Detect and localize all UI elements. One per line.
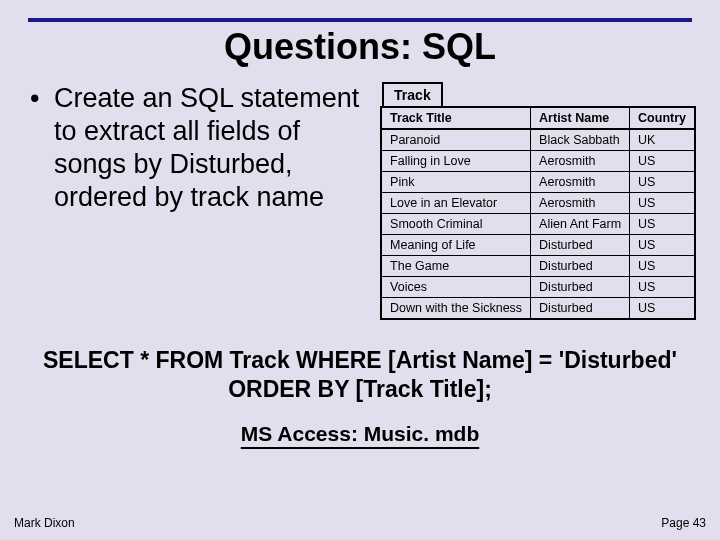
db-caption: MS Access: Music. mdb bbox=[0, 422, 720, 446]
col-artist-name: Artist Name bbox=[531, 107, 630, 129]
table-row: Falling in LoveAerosmithUS bbox=[381, 151, 695, 172]
table-cell: Meaning of Life bbox=[381, 235, 531, 256]
table-cell: Paranoid bbox=[381, 129, 531, 151]
table-cell: Falling in Love bbox=[381, 151, 531, 172]
title-rule bbox=[28, 18, 692, 22]
table-cell: US bbox=[630, 298, 695, 320]
table-row: Down with the SicknessDisturbedUS bbox=[381, 298, 695, 320]
table-row: Meaning of LifeDisturbedUS bbox=[381, 235, 695, 256]
table-cell: Pink bbox=[381, 172, 531, 193]
table-cell: Aerosmith bbox=[531, 151, 630, 172]
bullet-block: • Create an SQL statement to extract all… bbox=[30, 82, 368, 320]
table-cell: Disturbed bbox=[531, 235, 630, 256]
col-country: Country bbox=[630, 107, 695, 129]
table-cell: Disturbed bbox=[531, 256, 630, 277]
bullet-text: Create an SQL statement to extract all f… bbox=[54, 82, 368, 214]
table-cell: US bbox=[630, 151, 695, 172]
table-header-row: Track Title Artist Name Country bbox=[381, 107, 695, 129]
table-cell: Voices bbox=[381, 277, 531, 298]
table-cell: US bbox=[630, 235, 695, 256]
footer-page: Page 43 bbox=[661, 516, 706, 530]
track-table: Track Title Artist Name Country Paranoid… bbox=[380, 106, 696, 320]
table-cell: Down with the Sickness bbox=[381, 298, 531, 320]
table-cell: US bbox=[630, 277, 695, 298]
table-cell: Alien Ant Farm bbox=[531, 214, 630, 235]
track-table-wrap: Track Track Title Artist Name Country Pa… bbox=[380, 82, 696, 320]
table-cell: Black Sabbath bbox=[531, 129, 630, 151]
sql-line-1: SELECT * FROM Track WHERE [Artist Name] … bbox=[0, 346, 720, 375]
bullet-marker: • bbox=[30, 82, 54, 214]
table-cell: UK bbox=[630, 129, 695, 151]
sql-answer: SELECT * FROM Track WHERE [Artist Name] … bbox=[0, 346, 720, 404]
slide-title: Questions: SQL bbox=[0, 26, 720, 68]
table-cell: Disturbed bbox=[531, 298, 630, 320]
content-row: • Create an SQL statement to extract all… bbox=[30, 82, 696, 320]
col-track-title: Track Title bbox=[381, 107, 531, 129]
table-row: ParanoidBlack SabbathUK bbox=[381, 129, 695, 151]
table-row: The GameDisturbedUS bbox=[381, 256, 695, 277]
footer-author: Mark Dixon bbox=[14, 516, 75, 530]
table-cell: US bbox=[630, 256, 695, 277]
table-cell: US bbox=[630, 214, 695, 235]
table-row: Smooth CriminalAlien Ant FarmUS bbox=[381, 214, 695, 235]
table-cell: US bbox=[630, 172, 695, 193]
sql-line-2: ORDER BY [Track Title]; bbox=[0, 375, 720, 404]
table-cell: US bbox=[630, 193, 695, 214]
table-cell: Aerosmith bbox=[531, 172, 630, 193]
table-row: PinkAerosmithUS bbox=[381, 172, 695, 193]
table-cell: Disturbed bbox=[531, 277, 630, 298]
table-row: Love in an ElevatorAerosmithUS bbox=[381, 193, 695, 214]
table-cell: Smooth Criminal bbox=[381, 214, 531, 235]
table-row: VoicesDisturbedUS bbox=[381, 277, 695, 298]
table-label: Track bbox=[382, 82, 443, 106]
table-cell: The Game bbox=[381, 256, 531, 277]
table-cell: Love in an Elevator bbox=[381, 193, 531, 214]
table-cell: Aerosmith bbox=[531, 193, 630, 214]
